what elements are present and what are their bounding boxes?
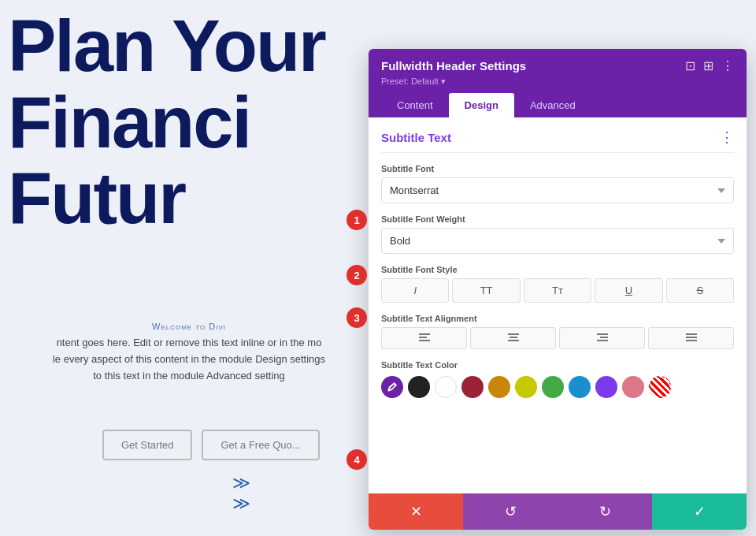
align-left-btn[interactable] xyxy=(381,327,467,349)
svg-rect-10 xyxy=(686,337,697,338)
color-picker-button[interactable] xyxy=(381,376,403,398)
panel-title: Fullwidth Header Settings xyxy=(381,59,526,73)
color-white[interactable] xyxy=(435,376,457,398)
color-swatches xyxy=(381,376,734,398)
free-quote-button[interactable]: Get a Free Quo... xyxy=(202,430,319,460)
more-options-icon[interactable]: ⋮ xyxy=(721,58,734,73)
svg-rect-7 xyxy=(600,337,608,338)
style-strikethrough-btn[interactable]: S xyxy=(666,278,734,303)
tab-design[interactable]: Design xyxy=(449,93,514,117)
cancel-button[interactable]: ✕ xyxy=(369,493,463,530)
svg-rect-5 xyxy=(508,340,519,341)
align-center-btn[interactable] xyxy=(470,327,556,349)
badge-3: 3 xyxy=(346,307,367,328)
subtitle-font-weight-label: Subtitle Font Weight xyxy=(381,214,734,224)
svg-rect-4 xyxy=(510,337,517,338)
panel-footer: ✕ ↺ ↻ ✓ xyxy=(369,493,747,530)
hero-title: Plan Your Financi Futur xyxy=(8,8,325,236)
panel-title-icons: ⊡ ⊞ ⋮ xyxy=(685,58,734,73)
resize-icon[interactable]: ⊡ xyxy=(685,58,695,73)
style-italic-btn[interactable]: I xyxy=(381,278,449,303)
font-style-buttons: I TT Tт U S xyxy=(381,278,734,303)
panel-header: Fullwidth Header Settings ⊡ ⊞ ⋮ Preset: … xyxy=(369,49,747,117)
color-green[interactable] xyxy=(542,376,564,398)
reset-button[interactable]: ↺ xyxy=(463,493,558,530)
subtitle-font-select[interactable]: Montserrat xyxy=(381,177,734,203)
svg-rect-2 xyxy=(419,340,430,341)
panel-preset[interactable]: Preset: Default ▾ xyxy=(381,76,734,87)
welcome-text: Welcome to Divi xyxy=(8,322,370,331)
style-uppercase-btn[interactable]: TT xyxy=(452,278,520,303)
redo-button[interactable]: ↻ xyxy=(558,493,652,530)
tab-content[interactable]: Content xyxy=(381,93,449,117)
tab-advanced[interactable]: Advanced xyxy=(514,93,591,117)
settings-panel: Fullwidth Header Settings ⊡ ⊞ ⋮ Preset: … xyxy=(369,49,747,530)
subtitle-font-style-label: Subtitle Font Style xyxy=(381,265,734,274)
color-yellow[interactable] xyxy=(515,376,537,398)
svg-rect-8 xyxy=(597,340,608,341)
svg-rect-11 xyxy=(686,340,697,341)
expand-icon[interactable]: ⊞ xyxy=(703,58,713,73)
svg-rect-6 xyxy=(597,333,608,335)
svg-rect-0 xyxy=(419,333,430,335)
svg-rect-1 xyxy=(419,337,427,338)
style-underline-btn[interactable]: U xyxy=(595,278,662,303)
color-blue[interactable] xyxy=(569,376,591,398)
subtitle-font-weight-select[interactable]: Bold xyxy=(381,228,734,254)
badge-2: 2 xyxy=(346,265,367,285)
section-menu-icon[interactable]: ⋮ xyxy=(720,128,734,146)
style-capitalize-btn[interactable]: Tт xyxy=(524,278,591,303)
color-pink[interactable] xyxy=(622,376,644,398)
body-text: ntent goes here. Edit or remove this tex… xyxy=(8,335,370,384)
color-dark-red[interactable] xyxy=(461,376,484,398)
align-justify-btn[interactable] xyxy=(648,327,734,349)
subtitle-text-color-label: Subtitle Text Color xyxy=(381,360,734,370)
section-header: Subtitle Text ⋮ xyxy=(381,117,734,153)
hero-buttons: Get Started Get a Free Quo... xyxy=(102,430,320,460)
color-black[interactable] xyxy=(408,376,430,398)
badge-4: 4 xyxy=(346,449,367,470)
panel-body: Subtitle Text ⋮ Subtitle Font Montserrat… xyxy=(369,117,747,493)
align-right-btn[interactable] xyxy=(559,327,645,349)
badge-1: 1 xyxy=(346,210,367,230)
panel-tabs: Content Design Advanced xyxy=(381,93,734,117)
alignment-buttons xyxy=(381,327,734,349)
scroll-down-icon[interactable]: ≫≫ xyxy=(232,473,250,514)
svg-rect-3 xyxy=(508,333,519,335)
subtitle-font-label: Subtitle Font xyxy=(381,164,734,173)
color-purple[interactable] xyxy=(595,376,617,398)
color-custom[interactable] xyxy=(649,376,671,398)
section-title: Subtitle Text xyxy=(381,131,451,144)
color-orange[interactable] xyxy=(488,376,510,398)
svg-rect-9 xyxy=(686,333,697,335)
get-started-button[interactable]: Get Started xyxy=(102,430,192,460)
subtitle-text-alignment-label: Subtitle Text Alignment xyxy=(381,314,734,323)
svg-point-12 xyxy=(394,384,395,385)
save-button[interactable]: ✓ xyxy=(652,493,747,530)
